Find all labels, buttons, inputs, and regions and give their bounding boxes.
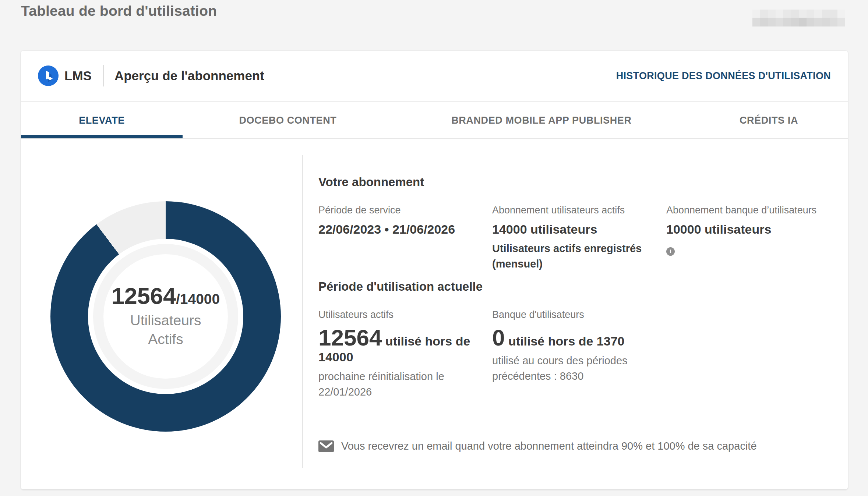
- service-period-cell: Période de service 22/06/2023 • 21/06/20…: [318, 205, 492, 272]
- donut-label: Utilisateurs Actifs: [130, 311, 201, 348]
- tab-branded-mobile-app-publisher[interactable]: BRANDED MOBILE APP PUBLISHER: [393, 102, 690, 138]
- active-users-usage-note: prochaine réinitialisation le 22/01/2026: [318, 369, 480, 400]
- email-note-text: Vous recevrez un email quand votre abonn…: [341, 440, 757, 452]
- active-users-subscription-label: Abonnement utilisateurs actifs: [492, 205, 654, 216]
- user-bank-usage-big-number: 0: [492, 325, 505, 350]
- user-bank-usage-note: utilisé au cours des périodes précédente…: [492, 353, 654, 384]
- logo-text: LMS: [64, 68, 92, 83]
- active-users-subscription-cell: Abonnement utilisateurs actifs 14000 uti…: [492, 205, 666, 272]
- subscription-row: Période de service 22/06/2023 • 21/06/20…: [318, 205, 850, 272]
- user-bank-usage-cell: Banque d'utilisateurs 0 utilisé hors de …: [492, 309, 666, 400]
- vertical-divider: [302, 155, 303, 468]
- donut-center: 12564/14000 Utilisateurs Actifs: [103, 254, 228, 379]
- active-users-subscription-value: 14000 utilisateurs: [492, 222, 654, 237]
- envelope-icon: [318, 440, 334, 452]
- header-divider: [103, 65, 103, 86]
- card-header: LMS Aperçu de l'abonnement HISTORIQUE DE…: [21, 51, 848, 102]
- service-period-value: 22/06/2023 • 21/06/2026: [318, 222, 480, 237]
- current-period-row: Utilisateurs actifs 12564 utilisé hors d…: [318, 309, 666, 400]
- donut-value: 12564/14000: [112, 284, 220, 308]
- user-bank-subscription-cell: Abonnement banque d’utilisateurs 10000 u…: [666, 205, 850, 272]
- card-title: Aperçu de l'abonnement: [114, 68, 264, 83]
- usage-history-link[interactable]: HISTORIQUE DES DONNÉES D'UTILISATION: [616, 70, 831, 82]
- active-users-usage-value: 12564 utilisé hors de 14000: [318, 326, 480, 365]
- current-period-heading: Période d'utilisation actuelle: [318, 280, 483, 294]
- user-bank-subscription-value: 10000 utilisateurs: [666, 222, 838, 237]
- active-users-usage-label: Utilisateurs actifs: [318, 309, 480, 320]
- user-bank-usage-label: Banque d'utilisateurs: [492, 309, 654, 320]
- active-users-subscription-note: Utilisateurs actifs enregistrés (mensuel…: [492, 241, 654, 272]
- donut-inner-ring: 12564/14000 Utilisateurs Actifs: [93, 244, 238, 389]
- page-title: Tableau de bord d'utilisation: [21, 3, 217, 19]
- info-icon[interactable]: i: [666, 247, 675, 256]
- subscription-heading: Votre abonnement: [318, 175, 424, 189]
- user-bank-usage-value: 0 utilisé hors de 1370: [492, 326, 654, 349]
- redacted-pixel-row: [752, 18, 845, 26]
- product-tabs: ELEVATE DOCEBO CONTENT BRANDED MOBILE AP…: [21, 102, 848, 139]
- donut-hole: 12564/14000 Utilisateurs Actifs: [88, 239, 243, 394]
- donut-total: /14000: [176, 291, 220, 307]
- docebo-lms-logo-icon: [38, 65, 59, 86]
- redacted-pixel-row: [752, 10, 845, 18]
- tab-credits-ia[interactable]: CRÉDITS IA: [690, 102, 848, 138]
- active-users-usage-big-number: 12564: [318, 325, 382, 350]
- user-bank-subscription-label: Abonnement banque d’utilisateurs: [666, 205, 838, 216]
- tab-docebo-content[interactable]: DOCEBO CONTENT: [183, 102, 393, 138]
- active-users-donut-chart: 12564/14000 Utilisateurs Actifs: [50, 201, 281, 432]
- email-notification-note: Vous recevrez un email quand votre abonn…: [318, 440, 757, 452]
- active-users-usage-cell: Utilisateurs actifs 12564 utilisé hors d…: [318, 309, 492, 400]
- service-period-label: Période de service: [318, 205, 480, 216]
- tab-elevate[interactable]: ELEVATE: [21, 102, 183, 138]
- subscription-overview-card: LMS Aperçu de l'abonnement HISTORIQUE DE…: [21, 51, 848, 489]
- redacted-user-info: [752, 10, 845, 26]
- card-body: 12564/14000 Utilisateurs Actifs Votre ab…: [21, 139, 848, 489]
